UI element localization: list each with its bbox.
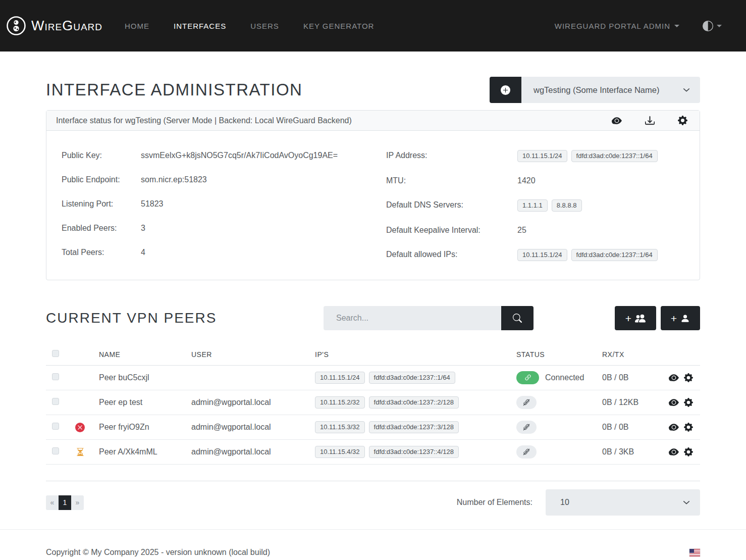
- peer-ip-badge: 10.11.15.1/24: [315, 372, 365, 384]
- field-label: Public Endpoint:: [62, 174, 141, 185]
- table-row: Peer buC5cxjl 10.11.15.1/24 fdfd:d3ad:c0…: [46, 366, 700, 390]
- peers-section-title: CURRENT VPN PEERS: [46, 310, 217, 326]
- peer-rxtx: 0B / 0B: [597, 373, 665, 382]
- peer-settings-button[interactable]: [684, 398, 693, 407]
- row-checkbox[interactable]: [52, 373, 59, 380]
- row-checkbox[interactable]: [52, 447, 59, 454]
- field-label: Listening Port:: [62, 198, 141, 210]
- table-row: Peer ep test admin@wgportal.local 10.11.…: [46, 390, 700, 415]
- interface-select-value: wgTesting (Some Interface Name): [534, 85, 683, 95]
- search-button[interactable]: [501, 306, 534, 330]
- peer-view-button[interactable]: [669, 447, 679, 457]
- mtu-value: 1420: [517, 175, 536, 186]
- row-checkbox[interactable]: [52, 398, 59, 405]
- status-badge-disconnected: [516, 445, 537, 459]
- pagination-next[interactable]: »: [71, 495, 84, 510]
- peer-view-button[interactable]: [669, 397, 679, 408]
- peer-settings-button[interactable]: [684, 423, 693, 432]
- gear-icon: [684, 447, 693, 456]
- field-label: Default allowed IPs:: [386, 249, 517, 260]
- total-peers-value: 4: [141, 247, 145, 258]
- pagination-page-1[interactable]: 1: [59, 495, 71, 510]
- plus-label: +: [625, 313, 631, 324]
- dns-badge: 8.8.8.8: [552, 199, 582, 212]
- pagination: « 1 »: [46, 495, 84, 510]
- chevron-down-icon: [683, 86, 690, 93]
- column-header-rxtx: RX/TX: [597, 350, 665, 359]
- download-config-button[interactable]: [645, 116, 655, 125]
- peers-table: NAME USER IP'S STATUS RX/TX Peer buC5cxj…: [46, 343, 700, 481]
- peer-ip-badge: fdfd:d3ad:c0de:1237::1/64: [369, 372, 455, 384]
- elements-per-page-select[interactable]: 10: [546, 489, 700, 516]
- brand[interactable]: WireGuard: [6, 16, 102, 36]
- nav-item-users[interactable]: USERS: [250, 22, 279, 30]
- peer-rxtx: 0B / 0B: [597, 423, 665, 432]
- status-badge-connected: [516, 371, 539, 384]
- download-icon: [645, 116, 655, 125]
- peer-ip-badge: fdfd:d3ad:c0de:1237::2/128: [369, 396, 459, 409]
- brand-name: WireGuard: [31, 18, 102, 34]
- eye-icon: [669, 422, 679, 432]
- copyright-text: Copyright © My Company 2025 - version un…: [46, 548, 270, 557]
- navbar: WireGuard HOME INTERFACES USERS KEY GENE…: [0, 0, 746, 52]
- peer-view-button[interactable]: [669, 373, 679, 383]
- ip-badge: 10.11.15.1/24: [517, 150, 567, 162]
- interface-settings-button[interactable]: [678, 116, 687, 125]
- nav-item-home[interactable]: HOME: [125, 22, 149, 30]
- peer-rxtx: 0B / 3KB: [597, 447, 665, 456]
- gear-icon: [684, 398, 693, 407]
- field-label: Default Keepalive Interval:: [386, 225, 517, 236]
- peer-user: admin@wgportal.local: [186, 447, 310, 456]
- peer-user: admin@wgportal.local: [186, 423, 310, 432]
- allowed-ip-badge: fdfd:d3ad:c0de:1237::1/64: [571, 249, 658, 261]
- gear-icon: [684, 373, 693, 382]
- eye-icon: [612, 116, 622, 126]
- ip-badge: fdfd:d3ad:c0de:1237::1/64: [571, 150, 658, 162]
- status-text: Connected: [545, 373, 584, 382]
- table-row: Peer A/Xk4mML admin@wgportal.local 10.11…: [46, 440, 700, 465]
- field-label: Public Key:: [62, 150, 141, 161]
- field-label: Default DNS Servers:: [386, 199, 517, 211]
- pagination-prev[interactable]: «: [46, 495, 59, 510]
- add-peer-button[interactable]: +: [661, 306, 700, 330]
- interface-select[interactable]: wgTesting (Some Interface Name): [521, 77, 700, 103]
- hourglass-icon: [76, 447, 85, 456]
- people-icon: [635, 313, 646, 324]
- theme-toggle-dropdown[interactable]: [703, 21, 722, 31]
- peer-name: Peer A/Xk4mML: [94, 447, 186, 456]
- search-input[interactable]: [324, 306, 501, 330]
- peer-settings-button[interactable]: [684, 447, 693, 456]
- table-row: Peer fryiO9Zn admin@wgportal.local 10.11…: [46, 415, 700, 440]
- caret-down-icon: [717, 25, 722, 27]
- status-badge-disconnected: [516, 396, 537, 409]
- status-card-title: Interface status for wgTesting (Server M…: [56, 116, 612, 125]
- field-label: IP Address:: [386, 150, 517, 161]
- peer-view-button[interactable]: [669, 422, 679, 432]
- wireguard-logo-icon: [6, 16, 26, 36]
- column-header-status: STATUS: [511, 350, 597, 359]
- select-all-checkbox[interactable]: [52, 350, 59, 357]
- user-menu-label: WIREGUARD PORTAL ADMIN: [555, 22, 670, 30]
- plus-circle-icon: [501, 85, 510, 95]
- peer-ip-badge: 10.11.15.2/32: [315, 396, 365, 409]
- peer-ip-badge: fdfd:d3ad:c0de:1237::3/128: [369, 421, 459, 433]
- us-flag-icon[interactable]: [689, 549, 700, 556]
- nav-item-interfaces[interactable]: INTERFACES: [174, 22, 226, 30]
- column-header-ips: IP'S: [310, 350, 511, 359]
- peer-name: Peer ep test: [94, 398, 186, 407]
- peer-name: Peer fryiO9Zn: [94, 423, 186, 432]
- eye-icon: [669, 397, 679, 408]
- listening-port-value: 51823: [141, 198, 164, 210]
- row-checkbox[interactable]: [52, 423, 59, 430]
- nav-item-key-generator[interactable]: KEY GENERATOR: [303, 22, 375, 30]
- elements-per-page-value: 10: [560, 498, 683, 507]
- user-menu-dropdown[interactable]: WIREGUARD PORTAL ADMIN: [555, 22, 679, 30]
- peer-settings-button[interactable]: [684, 373, 693, 382]
- peer-ip-badge: 10.11.15.4/32: [315, 446, 365, 458]
- column-header-user: USER: [186, 350, 310, 359]
- add-interface-button[interactable]: [490, 77, 521, 103]
- add-multiple-peers-button[interactable]: +: [615, 306, 656, 330]
- keepalive-value: 25: [517, 225, 526, 236]
- person-icon: [680, 314, 690, 323]
- view-config-eye-button[interactable]: [612, 116, 622, 126]
